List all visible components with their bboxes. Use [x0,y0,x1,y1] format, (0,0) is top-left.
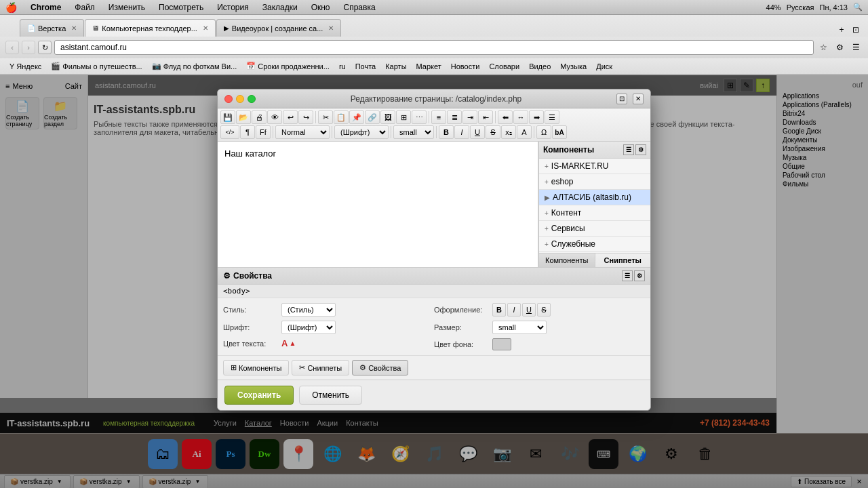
menu-window[interactable]: Окно [309,3,333,12]
comp-collapse-btn[interactable]: ☰ [623,144,634,155]
minimize-window-button[interactable] [236,95,244,103]
tb-align-right[interactable]: ➡ [529,110,544,124]
comp-item-content[interactable]: + Контент [539,205,650,221]
size-select-props[interactable]: small [492,321,547,334]
menu-view[interactable]: Посмотреть [156,3,206,12]
comp-item-eshop[interactable]: + eshop [539,174,650,190]
bottom-tab-components[interactable]: ⊞ Компоненты [223,360,289,375]
menu-bookmarks[interactable]: Закладки [260,3,300,12]
tb-print-btn[interactable]: 🖨 [252,110,267,124]
tb-link-btn[interactable]: 🔗 [365,110,380,124]
tb-paste-btn[interactable]: 📌 [349,110,364,124]
close-window-button[interactable] [224,95,233,103]
comp-settings-btn[interactable]: ⚙ [635,144,646,155]
size-select[interactable]: small [393,125,434,139]
bottom-tab-snippets[interactable]: ✂ Сниппеты [292,360,349,375]
nav-menu[interactable]: ☰ [849,41,863,54]
font-select-props[interactable]: (Шрифт) [281,321,336,334]
tb-bold-btn[interactable]: B [439,125,454,139]
maximize-window-button[interactable] [248,95,256,103]
bookmark-star[interactable]: ☆ [816,41,830,54]
comp-tab-snippets[interactable]: Сниппеты [595,253,651,267]
menu-edit[interactable]: Изменить [106,3,148,12]
bookmark-mail[interactable]: Почта [351,61,380,72]
tab-computer[interactable]: 🖥 Компьютерная техподдер... ✕ [85,19,216,37]
tb-preview-btn[interactable]: 👁 [267,110,282,124]
editor-content-area[interactable]: Наш каталог [218,142,538,267]
fmt-underline[interactable]: U [522,303,536,317]
maximize-button[interactable]: ⊡ [849,23,863,37]
tb-indent-btn[interactable]: ⇥ [462,110,477,124]
bookmark-films[interactable]: 🎬 Фильмы о путешеств... [47,60,146,72]
font-select[interactable]: (Шрифт) [334,125,389,139]
tb-table-btn[interactable]: ⊞ [396,110,411,124]
tb-redo-btn[interactable]: ↪ [298,110,313,124]
comp-tab-components[interactable]: Компоненты [539,253,595,267]
bookmark-music[interactable]: Музыка [556,61,591,72]
fmt-italic[interactable]: I [507,303,521,317]
refresh-button[interactable]: ↻ [38,41,52,54]
apple-menu[interactable]: 🍎 [5,2,17,13]
comp-item-services[interactable]: + Сервисы [539,221,650,237]
search-icon[interactable]: 🔍 [853,3,863,12]
tb-underline-btn[interactable]: U [470,125,485,139]
forward-button[interactable]: › [22,41,35,54]
address-bar[interactable] [54,40,814,55]
tb-italic-btn[interactable]: I [454,125,469,139]
cancel-button[interactable]: Отменить [299,386,362,405]
props-settings-btn[interactable]: ⚙ [634,270,645,281]
tb-charmap-btn[interactable]: Ω [536,125,551,139]
props-collapse-btn[interactable]: ☰ [622,270,633,281]
tab-close-2[interactable]: ✕ [203,24,208,32]
menu-chrome[interactable]: Chrome [28,3,64,12]
fmt-strike[interactable]: S [537,303,551,317]
comp-item-ismarket[interactable]: + IS-MARKET.RU [539,159,650,174]
bottom-tab-properties[interactable]: ⚙ Свойства [352,360,408,375]
tab-close-1[interactable]: ✕ [71,24,77,32]
tb-more-btn[interactable]: ⋯ [412,110,427,124]
tb-align-left[interactable]: ⬅ [498,110,513,124]
tb-align-justify[interactable]: ☰ [545,110,559,124]
tb-cut-btn[interactable]: ✂ [318,110,333,124]
bookmark-ru[interactable]: ru [335,61,350,72]
tb-image-btn[interactable]: 🖼 [380,110,395,124]
tb-source-btn[interactable]: </> [220,125,239,139]
bookmark-flud[interactable]: 📷 Флуд по фоткам Ви... [148,60,241,72]
tb-block-btn[interactable]: ¶ [240,125,255,139]
tb-save-btn[interactable]: 💾 [220,110,235,124]
back-button[interactable]: ‹ [5,41,19,54]
tb-format-btn[interactable]: Ff [256,125,271,139]
tb-sub-btn[interactable]: x₂ [501,125,516,139]
comp-item-system[interactable]: + Служебные [539,237,650,252]
tb-ul-btn[interactable]: ≡ [431,110,446,124]
bookmark-maps[interactable]: Карты [381,61,410,72]
modal-close-button[interactable]: ✕ [633,94,644,104]
tab-video[interactable]: ▶ Видеоурок | создание са... ✕ [216,19,342,37]
style-select[interactable]: Normal [275,125,330,139]
new-tab-button[interactable]: + [835,23,848,37]
menu-help[interactable]: Справка [341,3,378,12]
tab-close-3[interactable]: ✕ [328,24,334,32]
tb-ol-btn[interactable]: ≣ [447,110,462,124]
tb-abbr-btn[interactable]: bA [552,125,567,139]
modal-collapse-button[interactable]: ⊡ [616,94,627,104]
style-select-props[interactable]: (Стиль) [281,303,336,317]
tb-align-center[interactable]: ↔ [513,110,528,124]
tb-open-btn[interactable]: 📂 [236,110,251,124]
bg-color-swatch[interactable] [492,338,511,350]
tb-copy-btn[interactable]: 📋 [334,110,349,124]
menu-file[interactable]: Файл [72,3,98,12]
bookmark-yandex[interactable]: Y Яндекс [5,61,45,72]
bookmark-dict[interactable]: Словари [485,61,524,72]
tab-verstka[interactable]: 📄 Верстка ✕ [20,19,84,37]
save-button[interactable]: Сохранить [224,386,294,405]
bookmark-market[interactable]: Маркет [412,61,446,72]
tb-color-indicator[interactable]: A [517,125,532,139]
bookmark-news[interactable]: Новости [447,61,484,72]
tb-strike-btn[interactable]: S [486,125,500,139]
bookmark-disk[interactable]: Диск [592,61,616,72]
bookmark-video[interactable]: Видео [525,61,555,72]
bookmark-sroki[interactable]: 📅 Сроки продаженни... [242,60,334,72]
nav-settings[interactable]: ⚙ [833,41,846,54]
fmt-bold[interactable]: B [492,303,506,317]
